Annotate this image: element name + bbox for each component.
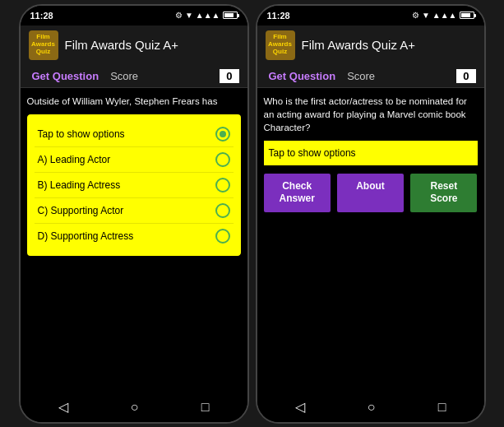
tap-show-options-right[interactable]: Tap to show options (264, 141, 478, 165)
wifi-icon: ▼ (185, 11, 193, 20)
check-answer-button[interactable]: Check Answer (264, 174, 331, 212)
recent-button-right[interactable]: □ (438, 400, 446, 415)
app-header-right: Film Awards Quiz Film Awards Quiz A+ (257, 26, 484, 65)
option-a-left[interactable]: A) Leading Actor (35, 147, 234, 173)
phone-content-right: Who is the first actor/actress to be nom… (257, 88, 484, 392)
phone-content-left: Outside of William Wyler, Stephen Frears… (21, 88, 247, 392)
option-b-label: B) Leading Actress (38, 179, 121, 191)
app-logo-right: Film Awards Quiz (266, 30, 295, 60)
score-tab-right[interactable]: Score (347, 70, 375, 82)
phone-nav-bottom-right: ◁ ○ □ (257, 392, 484, 422)
option-c-radio (215, 203, 230, 218)
nav-bar-left: Get Question Score 0 (21, 65, 247, 88)
reset-score-button[interactable]: Reset Score (410, 174, 477, 212)
option-d-radio (215, 229, 230, 244)
status-bar-left: 11:28 ⚙ ▼ ▲▲▲ (21, 6, 247, 26)
status-bar-right: 11:28 ⚙ ▼ ▲▲▲ (257, 6, 484, 26)
status-icons-right: ⚙ ▼ ▲▲▲ (412, 11, 474, 20)
nav-bar-right: Get Question Score 0 (257, 65, 484, 88)
tap-label-right: Tap to show options (269, 147, 356, 159)
tap-label-left: Tap to show options (38, 128, 125, 140)
app-header-left: Film Awards Quiz Film Awards Quiz A+ (21, 26, 247, 65)
option-d-label: D) Supporting Actress (38, 230, 134, 242)
question-text-left: Outside of William Wyler, Stephen Frears… (27, 95, 241, 108)
question-text-right: Who is the first actor/actress to be nom… (264, 95, 478, 134)
back-button-right[interactable]: ◁ (295, 399, 305, 415)
score-tab-left[interactable]: Score (110, 70, 138, 82)
option-b-left[interactable]: B) Leading Actress (35, 173, 234, 198)
score-value-left: 0 (220, 69, 238, 83)
signal-icon-right: ▲▲▲ (432, 11, 457, 20)
option-a-label: A) Leading Actor (38, 154, 111, 165)
right-phone: 11:28 ⚙ ▼ ▲▲▲ Film Awards Quiz Film Awar… (256, 4, 486, 424)
signal-icon: ▲▲▲ (196, 11, 220, 20)
left-phone: 11:28 ⚙ ▼ ▲▲▲ Film Awards Quiz Film Awar… (19, 4, 249, 424)
app-logo-left: Film Awards Quiz (29, 30, 58, 60)
status-time-right: 11:28 (267, 11, 290, 21)
option-b-radio (215, 178, 230, 193)
battery-icon-right (460, 12, 474, 19)
options-box-left: Tap to show options A) Leading Actor B) … (27, 114, 241, 256)
home-button-right[interactable]: ○ (368, 400, 376, 415)
tap-to-show-options-left[interactable]: Tap to show options (35, 122, 234, 147)
score-value-right: 0 (456, 69, 475, 83)
option-c-left[interactable]: C) Supporting Actor (35, 198, 234, 224)
status-icons-left: ⚙ ▼ ▲▲▲ (175, 11, 238, 20)
battery-icon (223, 12, 238, 19)
app-title-left: Film Awards Quiz A+ (65, 38, 239, 52)
action-buttons-right: Check Answer About Reset Score (264, 174, 478, 212)
about-button[interactable]: About (337, 174, 404, 212)
recent-button-left[interactable]: □ (201, 400, 210, 415)
back-button-left[interactable]: ◁ (58, 399, 68, 415)
settings-icon-right: ⚙ (412, 11, 419, 20)
wifi-icon-right: ▼ (422, 11, 430, 20)
option-d-left[interactable]: D) Supporting Actress (35, 224, 234, 248)
option-c-label: C) Supporting Actor (38, 205, 124, 216)
settings-icon: ⚙ (175, 11, 183, 20)
tap-radio-left (215, 127, 230, 142)
app-title-right: Film Awards Quiz A+ (302, 38, 476, 52)
home-button-left[interactable]: ○ (131, 400, 139, 415)
get-question-tab-left[interactable]: Get Question (29, 68, 103, 84)
logo-text: Film Awards Quiz (29, 34, 58, 55)
phone-nav-bottom-left: ◁ ○ □ (21, 392, 247, 422)
option-a-radio (215, 152, 230, 167)
logo-text-right: Film Awards Quiz (266, 34, 295, 55)
status-time-left: 11:28 (30, 11, 53, 21)
get-question-tab-right[interactable]: Get Question (266, 68, 340, 84)
